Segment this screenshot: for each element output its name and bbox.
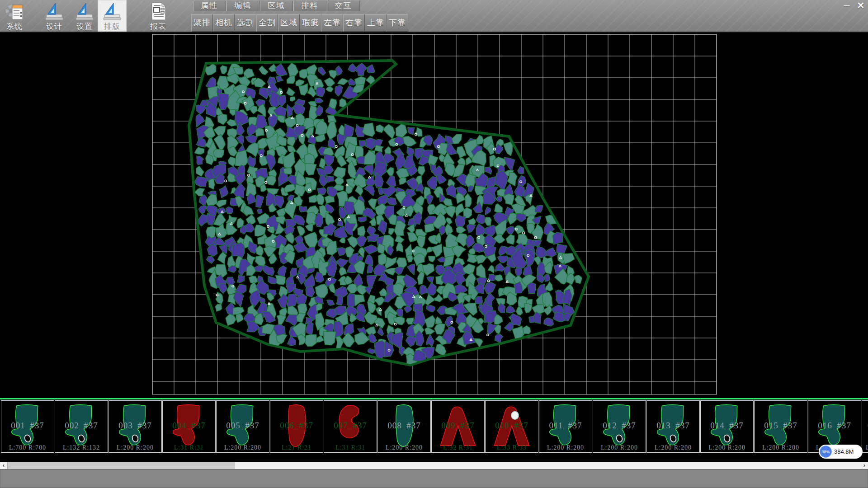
part-thumbnail-5[interactable]: 005_#37L:200 R:200 bbox=[216, 400, 269, 453]
part-name: 002_#37 bbox=[55, 421, 108, 431]
part-thumbnail-8[interactable]: 008_#37L:200 R:200 bbox=[377, 400, 431, 453]
part-thumbnail-14[interactable]: 014_#37L:200 R:200 bbox=[700, 400, 754, 453]
part-name: 013_#37 bbox=[647, 421, 699, 431]
part-count-lr: L:200 R:200 bbox=[647, 444, 699, 451]
part-thumbnail-13[interactable]: 013_#37L:200 R:200 bbox=[646, 400, 700, 453]
app-button-label: 报表 bbox=[144, 21, 173, 32]
scrollbar-thumb[interactable] bbox=[235, 462, 861, 469]
app-button-label: 设计 bbox=[40, 21, 69, 32]
tool-item-6[interactable]: 瑕疵 bbox=[300, 14, 321, 32]
part-name: 001_#37 bbox=[1, 421, 54, 431]
menu-item-1[interactable]: 属性 bbox=[193, 1, 226, 11]
parts-strip: 001_#37L:700 R:700002_#37L:132 R:132003_… bbox=[0, 398, 868, 462]
minimize-button[interactable]: ─ bbox=[840, 0, 854, 11]
scroll-right-icon[interactable]: › bbox=[861, 462, 868, 469]
app-window: 系统 设计 设置 bbox=[0, 0, 868, 488]
tool-item-4[interactable]: 全割 bbox=[256, 14, 278, 32]
part-name: 011_#37 bbox=[539, 421, 592, 431]
tool-item-3[interactable]: 选割 bbox=[235, 14, 256, 32]
part-name: 009_#37 bbox=[432, 421, 484, 431]
horizontal-scrollbar[interactable]: ‹ › bbox=[0, 462, 868, 469]
part-count-lr: L:33 R:33 bbox=[486, 444, 538, 451]
part-count-lr: L:31 R:31 bbox=[324, 444, 377, 451]
part-thumbnail-2[interactable]: 002_#37L:132 R:132 bbox=[55, 400, 108, 453]
memory-value: 384.8M bbox=[834, 448, 854, 455]
part-thumbnail-7[interactable]: 007_#37L:31 R:31 bbox=[324, 400, 377, 453]
part-name: 014_#37 bbox=[701, 421, 753, 431]
part-name: 004_#37 bbox=[163, 421, 215, 431]
part-count-lr: L:200 R:200 bbox=[378, 444, 430, 451]
scroll-left-icon[interactable]: ‹ bbox=[0, 462, 8, 469]
app-button-layout[interactable]: 排版 bbox=[98, 0, 127, 32]
report-document-icon bbox=[148, 1, 168, 21]
design-setsquare-icon bbox=[44, 1, 64, 21]
app-button-label: 排版 bbox=[98, 21, 127, 32]
part-thumbnail-6[interactable]: 006_#37L:21 R:21 bbox=[270, 400, 323, 453]
close-button[interactable]: ✕ bbox=[854, 0, 868, 11]
tool-item-9[interactable]: 上靠 bbox=[365, 14, 387, 32]
part-count-lr: L:21 R:21 bbox=[270, 444, 323, 451]
app-button-design[interactable]: 设计 bbox=[40, 0, 69, 32]
part-count-lr: L:132 R:132 bbox=[55, 444, 108, 451]
top-toolbar: 系统 设计 设置 bbox=[0, 0, 868, 33]
part-name: 0 bbox=[862, 421, 868, 431]
part-count-lr: L: bbox=[862, 444, 868, 451]
part-thumbnail-15[interactable]: 015_#37L:200 R:200 bbox=[754, 400, 807, 453]
part-thumbnail-4[interactable]: 004_#37L:31 R:31 bbox=[162, 400, 216, 453]
tool-item-10[interactable]: 下靠 bbox=[387, 14, 408, 32]
menu-item-4[interactable]: 排料 bbox=[293, 1, 326, 11]
app-button-settings[interactable]: 设置 bbox=[70, 0, 99, 32]
part-name: 015_#37 bbox=[755, 421, 807, 431]
part-name: 006_#37 bbox=[270, 421, 323, 431]
app-button-label: 设置 bbox=[70, 21, 99, 32]
part-count-lr: L:31 R:31 bbox=[163, 444, 215, 451]
tool-item-7[interactable]: 左靠 bbox=[321, 14, 343, 32]
menu-item-5[interactable]: 交互 bbox=[327, 1, 360, 11]
part-thumbnail-10[interactable]: 010_#37L:33 R:33 bbox=[485, 400, 538, 453]
app-button-label: 系统 bbox=[0, 21, 29, 32]
part-thumbnail-12[interactable]: 012_#37L:200 R:200 bbox=[593, 400, 646, 453]
tool-item-2[interactable]: 相机 bbox=[213, 14, 235, 32]
app-button-report[interactable]: 报表 bbox=[144, 0, 173, 32]
part-name: 016_#37 bbox=[808, 421, 861, 431]
app-button-system[interactable]: 系统 bbox=[0, 0, 29, 32]
window-bottom-bar bbox=[0, 469, 868, 488]
part-thumbnail-1[interactable]: 001_#37L:700 R:700 bbox=[1, 400, 54, 453]
part-thumbnail-17[interactable]: 0L: bbox=[862, 400, 868, 453]
part-name: 012_#37 bbox=[593, 421, 646, 431]
percent-badge: 38% bbox=[820, 446, 832, 458]
part-count-lr: L:200 R:200 bbox=[701, 444, 753, 451]
strip-top-line bbox=[0, 398, 868, 399]
tool-item-5[interactable]: 区域 bbox=[278, 14, 300, 32]
memory-pill: 38% 384.8M bbox=[819, 445, 863, 459]
system-gear-icon bbox=[5, 1, 24, 21]
part-thumbnail-11[interactable]: 011_#37L:200 R:200 bbox=[539, 400, 592, 453]
part-count-lr: L:200 R:200 bbox=[217, 444, 269, 451]
part-count-lr: L:200 R:200 bbox=[755, 444, 807, 451]
tool-item-1[interactable]: 聚排 bbox=[191, 14, 213, 32]
settings-setsquare-icon bbox=[75, 1, 94, 21]
parts-thumbnails: 001_#37L:700 R:700002_#37L:132 R:132003_… bbox=[1, 400, 868, 453]
part-thumbnail-9[interactable]: 009_#37L:32 R:31 bbox=[431, 400, 485, 453]
part-count-lr: L:32 R:31 bbox=[432, 444, 484, 451]
part-name: 008_#37 bbox=[378, 421, 430, 431]
part-name: 010_#37 bbox=[486, 421, 538, 431]
part-name: 007_#37 bbox=[324, 421, 377, 431]
menu-item-3[interactable]: 区域 bbox=[260, 1, 293, 11]
part-count-lr: L:700 R:700 bbox=[1, 444, 54, 451]
tool-item-8[interactable]: 右靠 bbox=[343, 14, 365, 32]
nesting-svg bbox=[0, 33, 868, 398]
part-count-lr: L:200 R:200 bbox=[593, 444, 646, 451]
part-name: 003_#37 bbox=[109, 421, 161, 431]
part-count-lr: L:200 R:200 bbox=[109, 444, 161, 451]
layout-setsquare-icon bbox=[102, 1, 122, 21]
nesting-canvas[interactable] bbox=[0, 33, 868, 398]
part-count-lr: L:200 R:200 bbox=[539, 444, 592, 451]
part-name: 005_#37 bbox=[217, 421, 269, 431]
menu-item-2[interactable]: 编辑 bbox=[226, 1, 259, 11]
part-thumbnail-3[interactable]: 003_#37L:200 R:200 bbox=[108, 400, 162, 453]
